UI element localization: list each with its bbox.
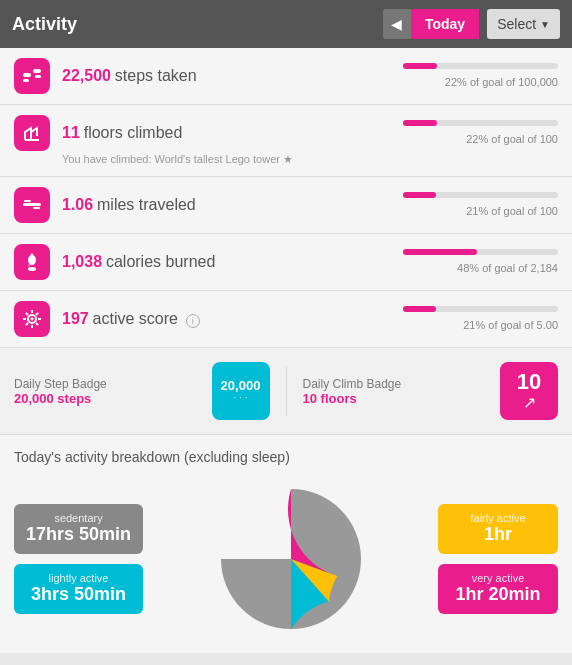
very-label: very active [450,572,546,584]
floors-label: floors climbed [84,124,183,141]
steps-icon [14,58,50,94]
lightly-value: 3hrs 50min [26,584,131,606]
step-badge-info: Daily Step Badge 20,000 steps [14,377,202,406]
breakdown-right: fairly active 1hr very active 1hr 20min [438,504,558,613]
step-badge-label: Daily Step Badge [14,377,202,391]
steps-progress-text: 22% of goal of 100,000 [445,76,558,88]
activity-row-floors: 11 floors climbed 22% of goal of 100 You… [0,105,572,177]
sedentary-value: 17hrs 50min [26,524,131,546]
step-badge-num: 20,000 [221,379,261,392]
activity-row-steps: 22,500 steps taken 22% of goal of 100,00… [0,48,572,105]
miles-label: miles traveled [97,196,196,213]
calories-progress-fill [403,249,477,255]
miles-progress-bar [403,192,558,198]
fairly-label: fairly active [450,512,546,524]
sedentary-label: sedentary [26,512,131,524]
score-progress-bar [403,306,558,312]
breakdown-left: sedentary 17hrs 50min lightly active 3hr… [14,504,143,613]
miles-text: 1.06 miles traveled [62,196,398,214]
climb-badge-group: Daily Climb Badge 10 floors 10 ↗ [303,362,559,420]
today-button[interactable]: Today [411,9,479,39]
floors-text: 11 floors climbed [62,124,398,142]
svg-rect-5 [23,203,41,206]
svg-rect-3 [35,75,41,78]
pie-chart [211,479,371,639]
fairly-box: fairly active 1hr [438,504,558,554]
score-icon [14,301,50,337]
svg-rect-6 [24,200,31,202]
calories-progress: 48% of goal of 2,184 [398,249,558,275]
calories-text: 1,038 calories burned [62,253,398,271]
climb-badge-icon: 10 ↗ [500,362,558,420]
climb-badge-info: Daily Climb Badge 10 floors [303,377,491,406]
svg-line-16 [36,323,38,325]
steps-text: 22,500 steps taken [62,67,398,85]
score-progress: 21% of goal of 5.00 [398,306,558,332]
floors-value: 11 [62,124,80,141]
miles-progress-fill [403,192,436,198]
lightly-box: lightly active 3hrs 50min [14,564,143,614]
lightly-label: lightly active [26,572,131,584]
score-progress-text: 21% of goal of 5.00 [463,319,558,331]
climb-badge-label: Daily Climb Badge [303,377,491,391]
svg-line-17 [36,313,38,315]
step-badge-group: Daily Step Badge 20,000 steps 20,000 · ·… [14,362,270,420]
steps-label: steps taken [115,67,197,84]
header: Activity ◀ Today Select ▼ [0,0,572,48]
prev-button[interactable]: ◀ [383,9,411,39]
floors-icon [14,115,50,151]
step-badge-icon: 20,000 · · · [212,362,270,420]
floors-progress-bar [403,120,558,126]
calories-label: calories burned [106,253,215,270]
svg-line-18 [26,323,28,325]
fairly-value: 1hr [450,524,546,546]
svg-rect-0 [23,73,31,77]
calories-value: 1,038 [62,253,102,270]
activity-section: 22,500 steps taken 22% of goal of 100,00… [0,48,572,348]
miles-progress-text: 21% of goal of 100 [466,205,558,217]
badge-divider [286,366,287,416]
floors-subtext: You have climbed: World's tallest Lego t… [62,153,558,166]
floors-progress: 22% of goal of 100 [398,120,558,146]
breakdown-content: sedentary 17hrs 50min lightly active 3hr… [14,479,558,639]
steps-progress: 22% of goal of 100,000 [398,63,558,89]
calories-progress-bar [403,249,558,255]
info-icon[interactable]: i [186,314,200,328]
svg-point-10 [31,318,34,321]
sedentary-box: sedentary 17hrs 50min [14,504,143,554]
breakdown-section: Today's activity breakdown (excluding sl… [0,435,572,653]
steps-progress-bar [403,63,558,69]
miles-value: 1.06 [62,196,93,213]
score-text: 197 active score i [62,310,398,328]
svg-rect-2 [23,79,29,82]
calories-icon [14,244,50,280]
steps-progress-fill [403,63,437,69]
floors-progress-fill [403,120,437,126]
calories-progress-text: 48% of goal of 2,184 [457,262,558,274]
page-title: Activity [12,14,383,35]
chevron-down-icon: ▼ [540,19,550,30]
steps-value: 22,500 [62,67,111,84]
svg-line-15 [26,313,28,315]
svg-rect-7 [33,207,40,209]
svg-point-8 [28,267,36,271]
badges-section: Daily Step Badge 20,000 steps 20,000 · ·… [0,348,572,435]
very-value: 1hr 20min [450,584,546,606]
activity-row-miles: 1.06 miles traveled 21% of goal of 100 [0,177,572,234]
score-label: active score [93,310,178,327]
score-progress-fill [403,306,436,312]
breakdown-title: Today's activity breakdown (excluding sl… [14,449,558,465]
pie-chart-container [153,479,428,639]
very-box: very active 1hr 20min [438,564,558,614]
svg-rect-1 [33,69,41,73]
select-button[interactable]: Select ▼ [487,9,560,39]
score-value: 197 [62,310,89,327]
activity-row-calories: 1,038 calories burned 48% of goal of 2,1… [0,234,572,291]
miles-icon [14,187,50,223]
climb-badge-num: 10 [517,371,541,393]
floors-progress-text: 22% of goal of 100 [466,133,558,145]
climb-badge-value: 10 floors [303,391,491,406]
step-badge-value: 20,000 steps [14,391,202,406]
miles-progress: 21% of goal of 100 [398,192,558,218]
activity-row-score: 197 active score i 21% of goal of 5.00 [0,291,572,348]
